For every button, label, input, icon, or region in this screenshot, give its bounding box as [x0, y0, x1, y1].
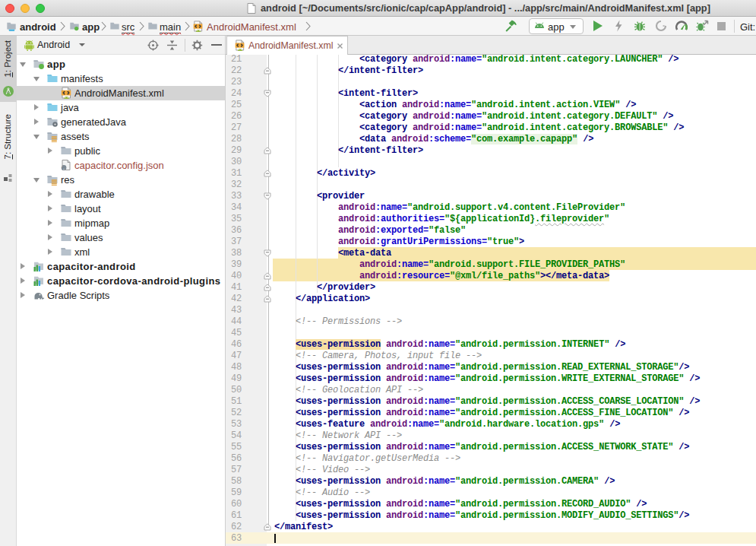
svg-text:{..: {.. [60, 166, 68, 171]
